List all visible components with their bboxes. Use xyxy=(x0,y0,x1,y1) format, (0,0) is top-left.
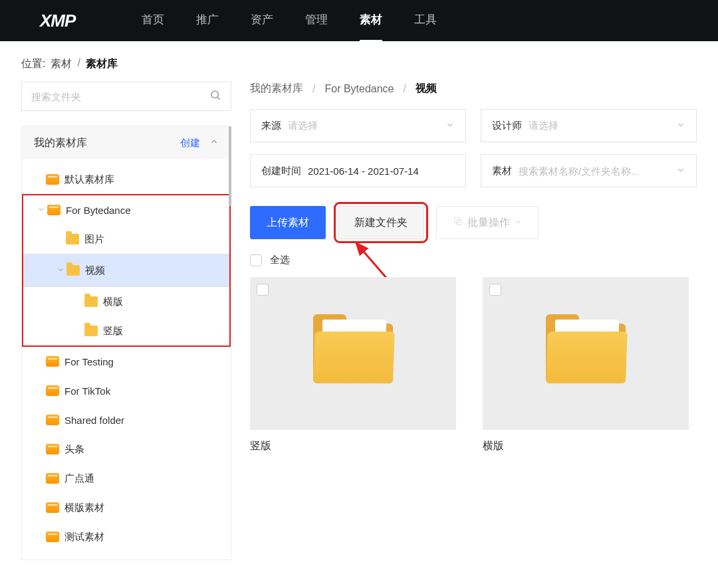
tree-item[interactable]: 横版素材 xyxy=(22,493,231,522)
designer-label: 设计师 xyxy=(492,120,522,132)
chevron-down-icon xyxy=(676,165,685,177)
material-label: 素材 xyxy=(492,165,512,177)
tree-item[interactable]: For TikTok xyxy=(22,376,231,405)
path-item: 视频 xyxy=(416,82,437,96)
tree-item-label: 竖版 xyxy=(103,325,123,338)
path-sep: / xyxy=(404,83,406,95)
folder-search[interactable] xyxy=(21,82,231,111)
library-icon xyxy=(46,502,59,513)
designer-placeholder: 请选择 xyxy=(529,120,676,132)
library-icon xyxy=(46,473,59,484)
material-search-input[interactable] xyxy=(519,165,676,177)
tree-item[interactable]: 头条 xyxy=(22,435,231,464)
new-folder-button[interactable]: 新建文件夹 xyxy=(338,206,424,239)
sidebar: 我的素材库 创建 默认素材库For Bytedance图片视频横版竖版For T… xyxy=(21,82,231,560)
chevron-down-icon xyxy=(514,217,522,229)
folder-icon xyxy=(84,296,98,307)
folder-icon xyxy=(66,234,79,245)
chevron-down-icon xyxy=(676,120,685,132)
tree-item[interactable]: 竖版 xyxy=(23,316,229,345)
main-panel: 我的素材库/For Bytedance/视频 来源 请选择 设计师 请选择 创建… xyxy=(231,82,697,560)
library-icon xyxy=(46,415,59,425)
card-checkbox[interactable] xyxy=(257,284,269,296)
create-link[interactable]: 创建 xyxy=(180,137,200,149)
copy-icon xyxy=(453,216,463,229)
designer-select[interactable]: 设计师 请选择 xyxy=(481,109,697,142)
library-icon xyxy=(47,205,60,215)
select-all-label: 全选 xyxy=(270,254,290,266)
svg-point-0 xyxy=(211,91,219,98)
folder-icon xyxy=(66,265,80,276)
tree-item[interactable]: Shared folder xyxy=(22,405,231,435)
tree-item[interactable]: 默认素材库 xyxy=(22,165,231,194)
library-icon xyxy=(46,532,59,542)
library-icon xyxy=(46,356,59,367)
tree-item[interactable]: 横版 xyxy=(23,287,229,316)
tree-item[interactable]: 广点通 xyxy=(22,464,231,493)
batch-label: 批量操作 xyxy=(467,216,510,230)
crumb-item[interactable]: 素材 xyxy=(51,57,72,71)
source-label: 来源 xyxy=(261,120,281,132)
nav-item-1[interactable]: 推广 xyxy=(196,12,219,30)
scrollbar[interactable] xyxy=(229,126,231,206)
tree-item-label: 横版 xyxy=(103,296,123,308)
material-search[interactable]: 素材 xyxy=(481,154,697,187)
library-icon xyxy=(46,385,59,396)
tree-item[interactable]: 视频 xyxy=(23,254,229,287)
folder-card[interactable]: 竖版 xyxy=(250,277,456,453)
source-select[interactable]: 来源 请选择 xyxy=(250,109,466,142)
folder-icon xyxy=(313,324,393,383)
nav-item-3[interactable]: 管理 xyxy=(305,12,328,30)
card-thumbnail[interactable] xyxy=(250,277,456,430)
tree-item[interactable]: For Testing xyxy=(22,347,231,376)
tree-root-title: 我的素材库 xyxy=(34,136,180,150)
nav-item-4[interactable]: 素材 xyxy=(360,12,382,30)
batch-ops-button: 批量操作 xyxy=(436,206,538,239)
tree-item[interactable]: 图片 xyxy=(23,225,229,254)
tree-item-label: Shared folder xyxy=(64,415,124,426)
top-nav: XMP 首页推广资产管理素材工具 xyxy=(0,0,718,41)
card-thumbnail[interactable] xyxy=(483,277,689,430)
nav-item-0[interactable]: 首页 xyxy=(142,12,164,30)
crumb-current: 素材库 xyxy=(86,57,118,71)
search-icon xyxy=(209,89,221,104)
content-breadcrumb: 我的素材库/For Bytedance/视频 xyxy=(250,82,697,96)
folder-icon xyxy=(546,324,626,383)
tree-item-label: 头条 xyxy=(64,443,84,456)
tree-header[interactable]: 我的素材库 创建 xyxy=(22,126,231,159)
upload-button[interactable]: 上传素材 xyxy=(250,206,326,239)
path-item[interactable]: 我的素材库 xyxy=(250,82,303,96)
page-breadcrumb: 位置: 素材 / 素材库 xyxy=(0,41,718,82)
crumb-sep: / xyxy=(77,57,80,71)
path-item[interactable]: For Bytedance xyxy=(324,83,394,95)
tree-item-label: 测试素材 xyxy=(64,531,104,543)
select-all-checkbox[interactable] xyxy=(250,254,262,266)
tree-item-label: 图片 xyxy=(84,233,104,246)
tree-item[interactable]: 测试素材 xyxy=(22,522,231,551)
folder-search-input[interactable] xyxy=(31,91,209,102)
library-icon xyxy=(46,444,59,454)
folder-card[interactable]: 横版 xyxy=(483,277,689,453)
library-icon xyxy=(46,174,59,185)
created-label: 创建时间 xyxy=(261,165,301,177)
card-name: 横版 xyxy=(483,439,689,453)
chevron-down-icon[interactable] xyxy=(55,266,66,276)
logo: XMP xyxy=(40,11,75,31)
path-sep: / xyxy=(312,83,315,95)
source-placeholder: 请选择 xyxy=(288,120,445,132)
tree-item[interactable]: For Bytedance xyxy=(23,195,229,225)
created-time-select[interactable]: 创建时间 2021-06-14 - 2021-07-14 xyxy=(250,154,466,187)
tree-item-label: 横版素材 xyxy=(64,502,104,514)
tree-item-label: For Testing xyxy=(64,356,114,367)
nav-item-5[interactable]: 工具 xyxy=(414,12,437,30)
tree-item-label: 视频 xyxy=(85,264,105,277)
crumb-prefix: 位置: xyxy=(21,57,45,71)
chevron-up-icon[interactable] xyxy=(209,137,219,149)
select-all-row[interactable]: 全选 xyxy=(250,254,697,266)
card-checkbox[interactable] xyxy=(489,284,501,296)
nav-item-2[interactable]: 资产 xyxy=(251,12,273,30)
created-value: 2021-06-14 - 2021-07-14 xyxy=(308,165,455,177)
tree-item-label: For Bytedance xyxy=(66,205,131,216)
chevron-down-icon[interactable] xyxy=(35,205,47,215)
tree-item-label: For TikTok xyxy=(64,385,110,397)
